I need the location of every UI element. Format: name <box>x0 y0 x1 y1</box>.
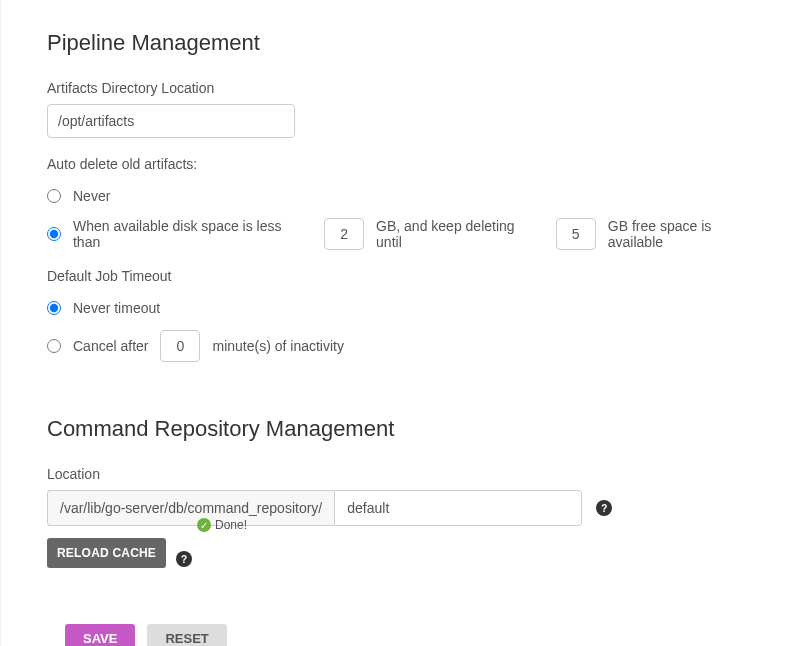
cancel-after-radio[interactable] <box>47 339 61 353</box>
location-input[interactable] <box>334 490 582 526</box>
auto-delete-never-label: Never <box>73 188 110 204</box>
check-icon: ✓ <box>197 518 211 532</box>
done-label: Done! <box>215 518 247 532</box>
auto-delete-never-radio[interactable] <box>47 189 61 203</box>
never-timeout-label: Never timeout <box>73 300 160 316</box>
auto-delete-gb-free: GB free space is available <box>608 218 770 250</box>
command-repo-heading: Command Repository Management <box>47 416 770 442</box>
default-job-timeout-label: Default Job Timeout <box>47 268 770 284</box>
artifacts-dir-input[interactable] <box>47 104 295 138</box>
location-prefix: /var/lib/go-server/db/command_repository… <box>47 490 334 526</box>
auto-delete-threshold-input[interactable] <box>324 218 364 250</box>
location-label: Location <box>47 466 770 482</box>
reset-button[interactable]: RESET <box>147 624 226 646</box>
minutes-suffix: minute(s) of inactivity <box>212 338 343 354</box>
artifacts-dir-label: Artifacts Directory Location <box>47 80 770 96</box>
reload-cache-button[interactable]: RELOAD CACHE <box>47 538 166 568</box>
auto-delete-when-prefix: When available disk space is less than <box>73 218 312 250</box>
never-timeout-radio[interactable] <box>47 301 61 315</box>
cancel-after-minutes-input[interactable] <box>160 330 200 362</box>
auto-delete-when-radio[interactable] <box>47 227 61 241</box>
help-icon[interactable]: ? <box>596 500 612 516</box>
auto-delete-label: Auto delete old artifacts: <box>47 156 770 172</box>
cancel-after-label: Cancel after <box>73 338 148 354</box>
save-button[interactable]: SAVE <box>65 624 135 646</box>
pipeline-management-heading: Pipeline Management <box>47 30 770 56</box>
help-icon[interactable]: ? <box>176 551 192 567</box>
auto-delete-gb-keep: GB, and keep deleting until <box>376 218 544 250</box>
auto-delete-target-input[interactable] <box>556 218 596 250</box>
